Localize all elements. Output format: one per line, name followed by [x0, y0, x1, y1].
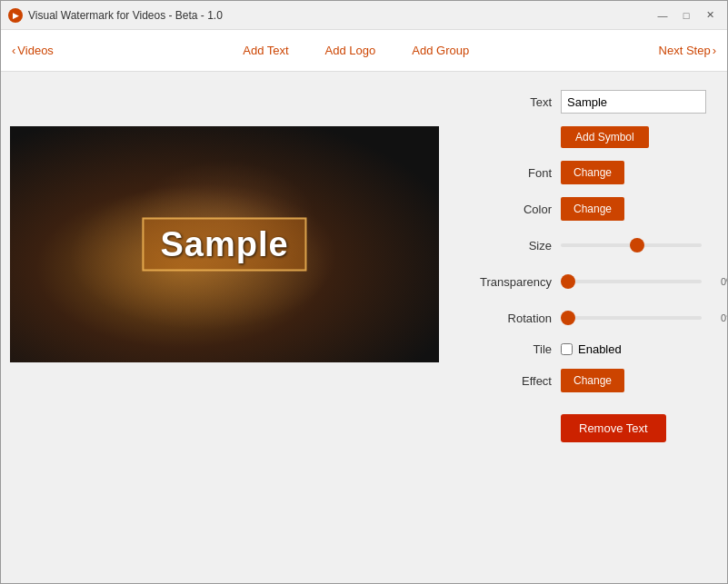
size-slider-container — [561, 233, 706, 257]
minimize-button[interactable]: — — [653, 5, 673, 25]
back-button[interactable]: ‹ Videos — [12, 44, 54, 57]
rotation-row: Rotation 0° — [470, 306, 728, 330]
next-step-label: Next Step — [659, 44, 711, 57]
tile-label: Tile — [470, 342, 552, 356]
next-chevron-icon: › — [713, 44, 716, 57]
back-label: Videos — [17, 44, 54, 57]
color-change-button[interactable]: Change — [561, 197, 624, 221]
text-label: Text — [470, 95, 552, 109]
tile-checkbox-row: Enabled — [561, 342, 622, 356]
main-content: Sample Text Add Symbol Font Change Color… — [1, 72, 727, 584]
size-slider[interactable] — [561, 243, 702, 247]
left-panel: Sample — [1, 72, 448, 584]
add-logo-button[interactable]: Add Logo — [325, 44, 376, 57]
close-button[interactable]: ✕ — [700, 5, 720, 25]
watermark-box[interactable]: Sample — [142, 218, 306, 272]
remove-text-button[interactable]: Remove Text — [561, 414, 666, 442]
add-text-button[interactable]: Add Text — [243, 44, 288, 57]
color-label: Color — [470, 203, 552, 216]
text-input[interactable] — [561, 90, 706, 114]
rotation-label: Rotation — [470, 312, 552, 325]
transparency-slider-container — [561, 270, 706, 293]
transparency-row: Transparency 0% — [470, 270, 728, 293]
add-symbol-button[interactable]: Add Symbol — [561, 126, 649, 148]
tile-checkbox[interactable] — [561, 343, 573, 355]
back-chevron-icon: ‹ — [12, 44, 15, 57]
font-label: Font — [470, 166, 552, 180]
effect-row: Effect Change — [470, 369, 728, 392]
rotation-slider[interactable] — [561, 316, 702, 320]
app-title: Visual Watermark for Videos - Beta - 1.0 — [28, 9, 653, 22]
font-row: Font Change — [470, 161, 728, 184]
maximize-button[interactable]: □ — [676, 5, 696, 25]
window-controls: — □ ✕ — [653, 5, 720, 25]
nav-center: Add Text Add Logo Add Group — [54, 44, 659, 57]
rotation-value: 0° — [721, 312, 728, 323]
color-row: Color Change — [470, 197, 728, 221]
watermark-text: Sample — [160, 225, 288, 264]
next-step-button[interactable]: Next Step › — [659, 44, 716, 57]
effect-change-button[interactable]: Change — [561, 369, 624, 392]
transparency-label: Transparency — [470, 275, 552, 289]
app-icon: ▶ — [8, 8, 23, 23]
transparency-slider[interactable] — [561, 280, 702, 283]
add-symbol-row: Add Symbol — [470, 126, 728, 148]
right-panel: Text Add Symbol Font Change Color Change… — [448, 72, 728, 584]
size-row: Size — [470, 233, 728, 257]
tile-enabled-label: Enabled — [578, 342, 622, 356]
rotation-slider-container — [561, 306, 706, 330]
video-preview[interactable]: Sample — [10, 126, 439, 362]
add-group-button[interactable]: Add Group — [412, 44, 469, 57]
titlebar: ▶ Visual Watermark for Videos - Beta - 1… — [1, 1, 727, 30]
text-row: Text — [470, 90, 728, 114]
font-change-button[interactable]: Change — [561, 161, 624, 184]
tile-row: Tile Enabled — [470, 342, 728, 356]
size-label: Size — [470, 239, 552, 252]
effect-label: Effect — [470, 374, 552, 388]
navbar: ‹ Videos Add Text Add Logo Add Group Nex… — [1, 30, 727, 72]
transparency-value: 0% — [721, 276, 728, 287]
